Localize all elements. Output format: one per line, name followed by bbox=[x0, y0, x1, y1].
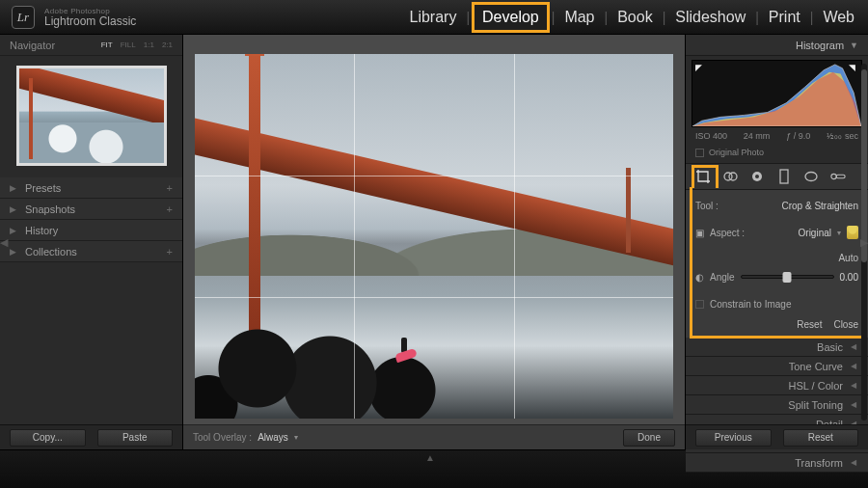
module-sep: | bbox=[603, 10, 610, 25]
angle-icon: ◐ bbox=[695, 272, 704, 283]
graduated-filter-icon[interactable] bbox=[776, 169, 792, 184]
original-photo-label: Original Photo bbox=[709, 148, 764, 157]
adjustment-brush-icon[interactable] bbox=[830, 169, 846, 184]
nav-mode-2to1[interactable]: 2:1 bbox=[162, 41, 173, 49]
angle-label: Angle bbox=[710, 272, 735, 283]
module-book[interactable]: Book bbox=[610, 5, 660, 30]
panel-split-toning[interactable]: Split Toning◀ bbox=[686, 395, 868, 415]
panel-label: Transform bbox=[795, 457, 843, 469]
module-sep: | bbox=[661, 10, 668, 25]
slider-thumb[interactable] bbox=[783, 272, 792, 283]
histogram-header[interactable]: Histogram ▼ bbox=[686, 35, 868, 56]
done-button[interactable]: Done bbox=[623, 429, 675, 447]
auto-straighten-button[interactable]: Auto bbox=[838, 253, 858, 263]
tool-overlay-value[interactable]: Always bbox=[258, 432, 288, 443]
aspect-value[interactable]: Original bbox=[799, 228, 831, 238]
develop-toolstrip bbox=[686, 164, 868, 190]
panel-label: Tone Curve bbox=[789, 361, 843, 372]
add-icon[interactable]: + bbox=[167, 203, 173, 215]
panel-hsl-color[interactable]: HSL / Color◀ bbox=[686, 376, 868, 395]
chevron-left-icon: ◀ bbox=[851, 400, 856, 409]
panel-label: HSL / Color bbox=[789, 380, 843, 392]
panel-label: History bbox=[25, 225, 58, 236]
panel-label: Split Toning bbox=[788, 399, 843, 411]
nav-mode-1to1[interactable]: 1:1 bbox=[144, 41, 154, 49]
module-print[interactable]: Print bbox=[761, 5, 808, 30]
panel-label: Presets bbox=[25, 182, 61, 194]
left-footer: Copy... Paste bbox=[0, 424, 182, 449]
module-web[interactable]: Web bbox=[815, 5, 862, 30]
chevron-up-icon[interactable]: ▲ bbox=[425, 452, 443, 460]
lock-icon[interactable] bbox=[847, 226, 858, 239]
svg-rect-4 bbox=[780, 170, 788, 183]
copy-button[interactable]: Copy... bbox=[10, 429, 86, 447]
canvas-toolbar: Tool Overlay : Always ▾ Done bbox=[183, 424, 685, 449]
crop-handle-bl[interactable] bbox=[195, 407, 206, 419]
panel-collections[interactable]: ▶Collections + bbox=[0, 241, 182, 262]
module-sep: | bbox=[753, 10, 761, 25]
reset-button[interactable]: Reset bbox=[783, 429, 859, 447]
module-library[interactable]: Library bbox=[402, 5, 465, 30]
tool-name: Crop & Straighten bbox=[782, 201, 859, 211]
crop-handle-br[interactable] bbox=[662, 407, 673, 419]
chevron-right-icon: ▶ bbox=[10, 183, 16, 193]
crop-grid-overlay[interactable] bbox=[195, 54, 673, 419]
module-sep: | bbox=[464, 10, 472, 25]
panel-label: Collections bbox=[25, 246, 77, 258]
redeye-icon[interactable] bbox=[749, 169, 765, 184]
panel-tone-curve[interactable]: Tone Curve◀ bbox=[686, 357, 868, 376]
tool-label: Tool : bbox=[695, 201, 719, 211]
paste-button[interactable]: Paste bbox=[97, 429, 174, 447]
tool-overlay-label: Tool Overlay : bbox=[193, 432, 252, 443]
exif-iso: ISO 400 bbox=[695, 131, 727, 141]
add-icon[interactable]: + bbox=[167, 182, 173, 194]
panel-basic[interactable]: Basic◀ bbox=[686, 338, 868, 357]
photo-canvas[interactable] bbox=[195, 54, 673, 419]
histogram[interactable]: ◤ ◥ bbox=[692, 60, 862, 127]
panel-transform[interactable]: Transform◀ bbox=[686, 453, 868, 473]
svg-point-6 bbox=[831, 174, 836, 178]
checkbox-icon[interactable] bbox=[695, 149, 704, 157]
app-titlebar: Lr Adobe Photoshop Lightroom Classic Lib… bbox=[0, 0, 868, 35]
svg-point-5 bbox=[805, 173, 817, 181]
radial-filter-icon[interactable] bbox=[803, 169, 819, 184]
nav-mode-fill[interactable]: FILL bbox=[121, 41, 136, 49]
panel-grip-right[interactable]: ▶ bbox=[860, 231, 868, 253]
spot-removal-icon[interactable] bbox=[722, 169, 738, 184]
aspect-icon: ▣ bbox=[695, 228, 704, 238]
chevron-down-icon: ▼ bbox=[850, 41, 858, 50]
panel-presets[interactable]: ▶Presets + bbox=[0, 177, 182, 199]
brand-main: Lightroom Classic bbox=[44, 15, 136, 27]
crop-handle-tl[interactable] bbox=[195, 54, 206, 66]
chevron-right-icon: ▶ bbox=[10, 204, 16, 214]
angle-slider[interactable] bbox=[741, 275, 834, 279]
module-sep: | bbox=[550, 10, 557, 25]
panel-grip-left[interactable]: ◀ bbox=[0, 231, 8, 253]
original-photo-toggle[interactable]: Original Photo bbox=[686, 145, 868, 164]
svg-rect-7 bbox=[836, 175, 845, 178]
panel-history[interactable]: ▶History bbox=[0, 220, 182, 241]
crop-close-button[interactable]: Close bbox=[833, 319, 858, 330]
crop-reset-button[interactable]: Reset bbox=[797, 319, 822, 330]
navigator-modes[interactable]: FIT FILL 1:1 2:1 bbox=[101, 41, 173, 49]
navigator-thumbnail[interactable] bbox=[16, 66, 167, 166]
chevron-left-icon: ◀ bbox=[851, 342, 856, 351]
dropdown-icon[interactable]: ▾ bbox=[294, 433, 298, 442]
nav-mode-fit[interactable]: FIT bbox=[101, 41, 113, 49]
navigator-header[interactable]: Navigator FIT FILL 1:1 2:1 bbox=[0, 35, 182, 56]
crop-handle-tr[interactable] bbox=[662, 54, 673, 66]
module-develop[interactable]: Develop bbox=[472, 2, 550, 33]
module-slideshow[interactable]: Slideshow bbox=[667, 5, 753, 30]
add-icon[interactable]: + bbox=[167, 246, 173, 258]
crop-panel: Tool : Crop & Straighten ▣Aspect : Origi… bbox=[686, 190, 868, 338]
panel-label: Snapshots bbox=[25, 203, 75, 215]
constrain-checkbox[interactable] bbox=[695, 300, 704, 309]
module-map[interactable]: Map bbox=[556, 5, 602, 30]
chevron-left-icon: ◀ bbox=[851, 458, 856, 467]
panel-snapshots[interactable]: ▶Snapshots + bbox=[0, 199, 182, 220]
histogram-title: Histogram bbox=[796, 40, 844, 51]
navigator-title: Navigator bbox=[10, 40, 55, 51]
angle-value[interactable]: 0.00 bbox=[840, 272, 858, 283]
previous-button[interactable]: Previous bbox=[695, 429, 772, 447]
aspect-menu-icon[interactable]: ▾ bbox=[837, 229, 841, 237]
